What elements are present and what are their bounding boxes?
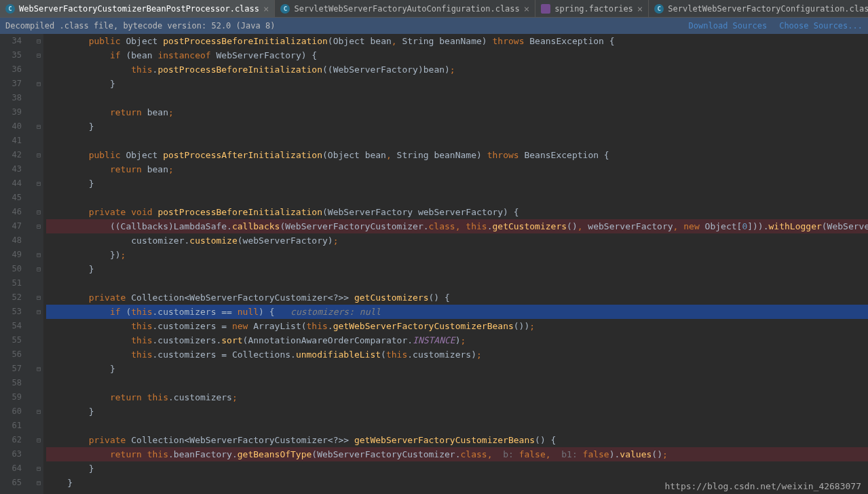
line-number[interactable]: 61 xyxy=(0,419,22,433)
code-line[interactable] xyxy=(46,419,868,433)
line-number[interactable]: 41 xyxy=(0,134,22,148)
code-line[interactable]: this.customizers = new ArrayList(this.ge… xyxy=(46,319,868,333)
line-number[interactable]: 58 xyxy=(0,376,22,390)
line-number[interactable]: 44 xyxy=(0,176,22,191)
fold-toggle[interactable]: ⊟ xyxy=(34,476,43,490)
close-icon[interactable]: × xyxy=(263,3,269,14)
line-number[interactable]: 40 xyxy=(0,119,22,134)
code-line[interactable]: }); xyxy=(46,248,868,262)
code-line[interactable]: public Object postProcessAfterInitializa… xyxy=(46,148,868,162)
fold-toggle[interactable]: ⊟ xyxy=(34,362,43,376)
code-line[interactable]: } xyxy=(46,119,868,134)
fold-toggle[interactable] xyxy=(34,333,43,347)
code-line[interactable]: return this.beanFactory.getBeansOfType(W… xyxy=(46,447,868,461)
line-number[interactable]: 46 xyxy=(0,205,22,219)
fold-toggle[interactable] xyxy=(34,191,43,205)
code-line[interactable]: this.customizers = Collections.unmodifia… xyxy=(46,347,868,362)
fold-toggle[interactable]: ⊟ xyxy=(34,219,43,233)
line-number[interactable]: 64 xyxy=(0,461,22,476)
fold-toggle[interactable]: ⊟ xyxy=(34,461,43,476)
line-number[interactable]: 42o↑ xyxy=(0,148,22,162)
code-editor[interactable]: 34o↑3536373839404142o↑434445464748495051… xyxy=(0,34,868,494)
line-number[interactable]: 39 xyxy=(0,105,22,119)
line-number[interactable]: 55 xyxy=(0,333,22,347)
code-line[interactable] xyxy=(46,191,868,205)
fold-toggle[interactable] xyxy=(34,347,43,362)
code-line[interactable]: } xyxy=(46,461,868,476)
line-number[interactable]: 43 xyxy=(0,162,22,176)
fold-toggle[interactable] xyxy=(34,390,43,404)
line-number[interactable]: 48 xyxy=(0,233,22,248)
editor-tab-2[interactable]: spring.factories× xyxy=(535,0,649,17)
fold-toggle[interactable]: ⊟ xyxy=(34,305,43,319)
code-line[interactable]: private Collection<WebServerFactoryCusto… xyxy=(46,433,868,447)
fold-toggle[interactable] xyxy=(34,419,43,433)
fold-toggle[interactable] xyxy=(34,62,43,77)
line-number[interactable]: 38 xyxy=(0,91,22,105)
code-line[interactable]: return this.customizers; xyxy=(46,390,868,404)
fold-toggle[interactable] xyxy=(34,105,43,119)
code-line[interactable]: if (bean instanceof WebServerFactory) { xyxy=(46,48,868,62)
code-area[interactable]: public Object postProcessBeforeInitializ… xyxy=(43,34,868,494)
fold-toggle[interactable]: ⊟ xyxy=(34,77,43,91)
line-number[interactable]: 50 xyxy=(0,262,22,276)
editor-tab-1[interactable]: CServletWebServerFactoryAutoConfiguratio… xyxy=(275,0,535,17)
fold-toggle[interactable]: ⊟ xyxy=(34,290,43,305)
fold-column[interactable]: ⊟⊟⊟⊟⊟⊟⊟⊟⊟⊟⊟⊟⊟⊟⊟⊟⊟ xyxy=(34,34,43,494)
fold-toggle[interactable]: ⊟ xyxy=(34,262,43,276)
editor-tab-0[interactable]: CWebServerFactoryCustomizerBeanPostProce… xyxy=(0,0,275,17)
code-line[interactable]: } xyxy=(46,262,868,276)
line-number[interactable]: 47 xyxy=(0,219,22,233)
line-number-gutter[interactable]: 34o↑3536373839404142o↑434445464748495051… xyxy=(0,34,34,494)
code-line[interactable]: this.postProcessBeforeInitialization((We… xyxy=(46,62,868,77)
code-line[interactable]: } xyxy=(46,362,868,376)
choose-sources-link[interactable]: Choose Sources... xyxy=(779,21,863,31)
code-line[interactable]: private void postProcessBeforeInitializa… xyxy=(46,205,868,219)
line-number[interactable]: 56 xyxy=(0,347,22,362)
line-number[interactable]: 60 xyxy=(0,404,22,419)
fold-toggle[interactable]: ⊟ xyxy=(34,34,43,48)
code-line[interactable] xyxy=(46,276,868,290)
code-line[interactable]: ((Callbacks)LambdaSafe.callbacks(WebServ… xyxy=(46,219,868,233)
fold-toggle[interactable] xyxy=(34,447,43,461)
line-number[interactable]: 57 xyxy=(0,362,22,376)
line-number[interactable]: 49 xyxy=(0,248,22,262)
fold-toggle[interactable]: ⊟ xyxy=(34,404,43,419)
line-number[interactable]: 63 xyxy=(0,447,22,461)
code-line[interactable]: } xyxy=(46,404,868,419)
fold-toggle[interactable] xyxy=(34,162,43,176)
fold-toggle[interactable]: ⊟ xyxy=(34,433,43,447)
code-line[interactable]: private Collection<WebServerFactoryCusto… xyxy=(46,290,868,305)
close-icon[interactable]: × xyxy=(524,3,529,14)
fold-toggle[interactable]: ⊟ xyxy=(34,205,43,219)
code-line[interactable]: this.customizers.sort(AnnotationAwareOrd… xyxy=(46,333,868,347)
fold-toggle[interactable]: ⊟ xyxy=(34,176,43,191)
download-sources-link[interactable]: Download Sources xyxy=(689,21,768,31)
close-icon[interactable]: × xyxy=(637,3,643,14)
fold-toggle[interactable] xyxy=(34,376,43,390)
line-number[interactable]: 51 xyxy=(0,276,22,290)
code-line[interactable] xyxy=(46,376,868,390)
code-line[interactable]: customizer.customize(webServerFactory); xyxy=(46,233,868,248)
line-number[interactable]: 53 xyxy=(0,305,22,319)
line-number[interactable]: 37 xyxy=(0,77,22,91)
code-line[interactable]: return bean; xyxy=(46,162,868,176)
fold-toggle[interactable]: ⊟ xyxy=(34,48,43,62)
line-number[interactable]: 62 xyxy=(0,433,22,447)
fold-toggle[interactable]: ⊟ xyxy=(34,248,43,262)
fold-toggle[interactable] xyxy=(34,91,43,105)
line-number[interactable]: 54 xyxy=(0,319,22,333)
line-number[interactable]: 65 xyxy=(0,476,22,490)
fold-toggle[interactable] xyxy=(34,134,43,148)
code-line[interactable]: } xyxy=(46,176,868,191)
line-number[interactable]: 52 xyxy=(0,290,22,305)
code-line[interactable] xyxy=(46,134,868,148)
line-number[interactable]: 36 xyxy=(0,62,22,77)
fold-toggle[interactable] xyxy=(34,233,43,248)
line-number[interactable]: 59 xyxy=(0,390,22,404)
line-number[interactable]: 45 xyxy=(0,191,22,205)
code-line[interactable] xyxy=(46,91,868,105)
fold-toggle[interactable] xyxy=(34,276,43,290)
line-number[interactable]: 34o↑ xyxy=(0,34,22,48)
fold-toggle[interactable]: ⊟ xyxy=(34,119,43,134)
